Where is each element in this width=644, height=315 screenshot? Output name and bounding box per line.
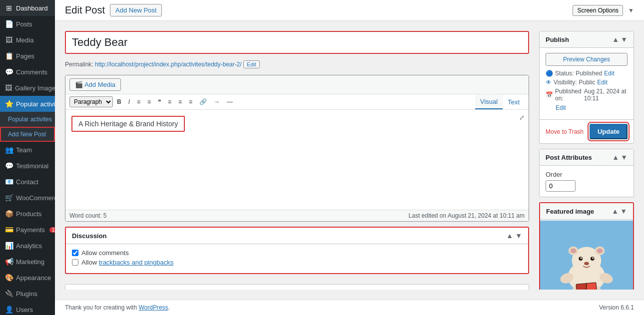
align-right-button[interactable]: ≡ — [186, 96, 195, 107]
visibility-row: 👁 Visibility: Public Edit — [546, 79, 628, 86]
sidebar-item-marketing[interactable]: 📢 Marketing — [0, 254, 55, 270]
format-select[interactable]: Paragraph — [69, 96, 113, 107]
svg-point-13 — [581, 258, 582, 259]
post-attributes-box: Post Attributes ▲ ▼ Order — [539, 149, 634, 197]
featured-image-container[interactable] — [540, 220, 633, 290]
bold-button[interactable]: B — [114, 96, 124, 107]
comments-collapse-up[interactable]: ▲ — [507, 289, 514, 290]
top-bar: Edit Post Add New Post Screen Options ▼ — [55, 0, 644, 21]
post-attributes-header: Post Attributes ▲ ▼ — [540, 149, 634, 166]
allow-trackbacks-label[interactable]: Allow trackbacks and pingbacks — [72, 259, 522, 266]
sidebar-item-media[interactable]: 🖼 Media — [0, 32, 55, 48]
sidebar-item-posts[interactable]: 📄 Posts — [0, 16, 55, 32]
unordered-list-button[interactable]: ≡ — [134, 96, 143, 107]
sidebar-item-comments[interactable]: 💬 Comments — [0, 64, 55, 80]
main-content: Edit Post Add New Post Screen Options ▼ … — [55, 0, 644, 315]
edit-date-link[interactable]: Edit — [556, 104, 566, 111]
sidebar-item-woocommerce[interactable]: 🛒 WooCommerce — [0, 190, 55, 206]
sidebar-item-plugins[interactable]: 🔌 Plugins — [0, 286, 55, 302]
media-icon: 🖼 — [5, 36, 13, 44]
payments-icon: 💳 — [5, 226, 13, 234]
discussion-collapse-up[interactable]: ▲ — [506, 232, 513, 240]
add-new-post-button[interactable]: Add New Post — [110, 4, 162, 16]
comments-header[interactable]: Comments ▲ ▼ — [65, 285, 529, 290]
sidebar-item-contact[interactable]: 📧 Contact — [0, 174, 55, 190]
discussion-header[interactable]: Discussion ▲ ▼ — [66, 228, 528, 244]
gallery-icon: 🖼 — [5, 84, 12, 92]
editor-box: 🎬 Add Media Paragraph B I ≡ ≡ ❝ — [65, 75, 529, 222]
attributes-collapse-up[interactable]: ▲ — [612, 153, 619, 161]
team-icon: 👥 — [5, 146, 13, 154]
wordpress-link[interactable]: WordPress — [138, 304, 168, 311]
more-button[interactable]: — — [224, 96, 236, 107]
publish-collapse-up[interactable]: ▲ — [612, 35, 619, 43]
indent-button[interactable]: → — [211, 96, 223, 107]
products-icon: 📦 — [5, 210, 13, 218]
featured-collapse-up[interactable]: ▲ — [612, 207, 619, 215]
testimonial-icon: 💬 — [5, 162, 13, 170]
align-left-button[interactable]: ≡ — [165, 96, 174, 107]
permalink-url[interactable]: http://localhost/project/index.php/activ… — [95, 61, 242, 68]
svg-point-8 — [571, 248, 577, 253]
preview-changes-button[interactable]: Preview Changes — [546, 53, 628, 66]
permalink-edit-button[interactable]: Edit — [243, 60, 260, 68]
permalink: Permalink: http://localhost/project/inde… — [65, 59, 529, 70]
discussion-body: Allow comments Allow trackbacks and ping… — [66, 244, 528, 273]
publish-status-row: 🔵 Status: Published Edit — [546, 70, 628, 77]
svg-rect-18 — [586, 283, 597, 290]
allow-trackbacks-checkbox[interactable] — [72, 259, 78, 266]
publish-box: Publish ▲ ▼ Preview Changes 🔵 Status: Pu… — [539, 31, 634, 144]
publish-collapse-down[interactable]: ▼ — [621, 35, 628, 43]
editor-toolbar: Paragraph B I ≡ ≡ ❝ ≡ ≡ ≡ 🔗 → — — [69, 94, 475, 109]
sidebar-item-popular[interactable]: ⭐ Popular activites — [0, 96, 55, 112]
allow-comments-label[interactable]: Allow comments — [72, 249, 522, 257]
sidebar-submenu-addnew[interactable]: Add New Post — [0, 127, 55, 142]
marketing-icon: 📢 — [5, 258, 13, 266]
sidebar-item-analytics[interactable]: 📊 Analytics — [0, 238, 55, 254]
discussion-collapse-down[interactable]: ▼ — [515, 232, 522, 240]
status-value: Published — [576, 70, 602, 77]
italic-button[interactable]: I — [125, 96, 133, 107]
sidebar-item-products[interactable]: 📦 Products — [0, 206, 55, 222]
ordered-list-button[interactable]: ≡ — [144, 96, 154, 107]
publish-header: Publish ▲ ▼ — [540, 31, 634, 48]
sidebar-item-appearance[interactable]: 🎨 Appearance — [0, 270, 55, 286]
sidebar-submenu-popular[interactable]: Popular activites — [0, 112, 55, 127]
publish-footer: Move to Trash Update — [540, 119, 634, 143]
order-label: Order — [546, 171, 628, 178]
expand-button[interactable]: ⤢ — [519, 114, 525, 121]
attributes-collapse-down[interactable]: ▼ — [621, 153, 628, 161]
sidebar-item-dashboard[interactable]: ⊞ Dashboard — [0, 0, 55, 16]
trackbacks-link[interactable]: trackbacks and pingbacks — [99, 259, 174, 266]
blockquote-button[interactable]: ❝ — [155, 96, 164, 107]
link-button[interactable]: 🔗 — [196, 96, 210, 107]
post-title-input[interactable] — [66, 32, 528, 53]
sidebar-item-team[interactable]: 👥 Team — [0, 142, 55, 158]
text-tab[interactable]: Text — [503, 95, 525, 109]
discussion-actions: ▲ ▼ — [506, 232, 522, 240]
analytics-icon: 📊 — [5, 242, 13, 250]
last-edited: Last edited on August 21, 2024 at 10:11 … — [409, 212, 525, 219]
editor-content[interactable]: ⤢ A Rich Heritage & Brand History — [65, 110, 529, 210]
featured-collapse-down[interactable]: ▼ — [620, 207, 627, 215]
payments-badge: 1 — [49, 227, 55, 233]
add-media-button[interactable]: 🎬 Add Media — [69, 78, 121, 91]
edit-status-link[interactable]: Edit — [604, 70, 615, 77]
word-count: Word count: 5 — [69, 212, 106, 219]
edit-visibility-link[interactable]: Edit — [597, 79, 608, 86]
sidebar-item-users[interactable]: 👤 Users — [0, 302, 55, 315]
visual-tab[interactable]: Visual — [475, 95, 503, 109]
screen-options-button[interactable]: Screen Options — [573, 5, 623, 16]
order-input[interactable] — [546, 180, 576, 192]
move-to-trash-link[interactable]: Move to Trash — [546, 128, 584, 135]
comments-collapse-down[interactable]: ▼ — [516, 289, 523, 290]
sidebar-item-pages[interactable]: 📋 Pages — [0, 48, 55, 64]
sidebar-item-payments[interactable]: 💳 Payments 1 — [0, 222, 55, 238]
allow-comments-checkbox[interactable] — [72, 250, 78, 256]
sidebar-item-gallery[interactable]: 🖼 Gallery Images — [0, 80, 55, 96]
update-button[interactable]: Update — [590, 124, 628, 139]
calendar-icon: 📅 — [546, 91, 553, 98]
sidebar-item-testimonial[interactable]: 💬 Testimonial — [0, 158, 55, 174]
align-center-button[interactable]: ≡ — [175, 96, 185, 107]
discussion-title: Discussion — [72, 232, 106, 240]
